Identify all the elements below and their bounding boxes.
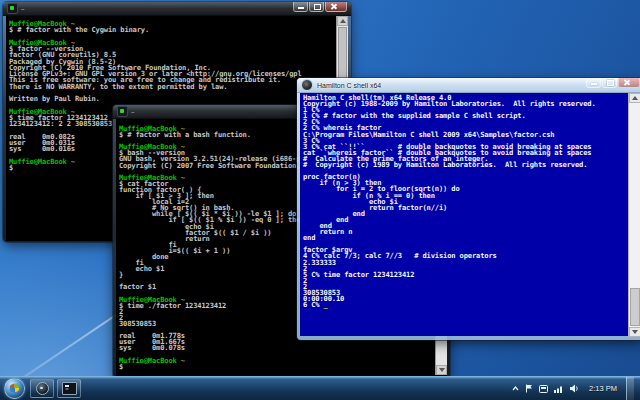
action-center-flag-icon[interactable] [525, 384, 533, 393]
system-tray: 2:13 PM [512, 377, 640, 400]
title-bar[interactable]: ~ [3, 2, 351, 16]
mintty-icon [7, 3, 18, 14]
terminal-line: Copyright (c) 1988-2009 by Hamilton Labo… [303, 101, 626, 107]
start-button[interactable] [4, 378, 25, 399]
desktop: ~ Muffie@MacBook ~$ # factor with the Cy… [0, 0, 640, 400]
clock[interactable]: 2:13 PM [586, 384, 620, 393]
scrollbar[interactable] [628, 93, 640, 337]
hamilton-c-shell-window: Hamilton C shell x64 Hamilton C shell(tm… [297, 78, 640, 340]
terminal-line: # Copyright (c) 1989 by Hamilton Laborat… [303, 162, 626, 168]
window-title: ~ [131, 109, 135, 115]
volume-icon[interactable] [570, 384, 580, 393]
scroll-down-icon[interactable] [436, 365, 447, 375]
network-icon[interactable] [554, 385, 564, 393]
scroll-down-icon[interactable] [629, 327, 640, 337]
show-desktop-button[interactable] [626, 377, 634, 400]
taskbar-button-hamilton[interactable] [30, 379, 54, 398]
minimize-button[interactable] [586, 78, 601, 88]
hamilton-icon [301, 79, 313, 91]
scroll-up-icon[interactable] [337, 16, 348, 26]
close-button[interactable] [618, 78, 640, 88]
close-button[interactable] [325, 2, 347, 12]
maximize-button[interactable] [602, 78, 617, 88]
console-icon [62, 382, 77, 395]
terminal-line: 6 C% _ [303, 302, 626, 308]
minimize-button[interactable] [293, 2, 308, 12]
taskbar-button-terminal[interactable] [57, 379, 81, 398]
window-title: ~ [21, 6, 25, 12]
mintty-icon [117, 106, 128, 117]
terminal-line: $ [119, 364, 433, 370]
windows-flag-icon [9, 384, 19, 393]
hamilton-icon [36, 382, 49, 395]
title-bar[interactable]: Hamilton C shell x64 [297, 78, 640, 93]
scroll-up-icon[interactable] [629, 93, 640, 103]
window-title: Hamilton C shell x64 [317, 82, 381, 89]
windows-update-icon[interactable] [539, 385, 548, 393]
taskbar: 2:13 PM [0, 376, 640, 400]
hidden-icons-caret-icon[interactable] [512, 386, 519, 391]
maximize-button[interactable] [309, 2, 324, 12]
scrollbar-thumb[interactable] [630, 288, 640, 326]
terminal-content[interactable]: Hamilton C shell(tm) x64 Release 4.0Copy… [300, 93, 640, 336]
